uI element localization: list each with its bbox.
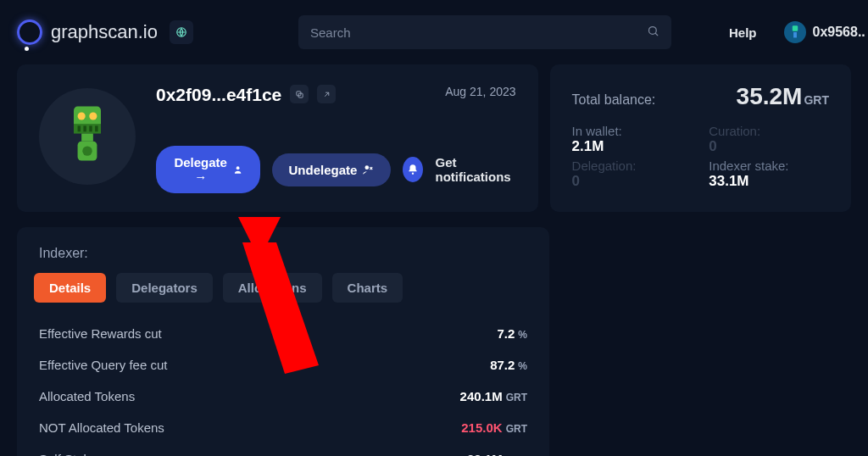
balance-card: Total balance: 35.2MGRT In wallet: 2.1M … bbox=[550, 64, 851, 212]
profile-address: 0x2f09...e4f1ce bbox=[156, 85, 281, 105]
svg-rect-8 bbox=[89, 125, 92, 131]
svg-point-14 bbox=[82, 146, 92, 155]
undelegate-button[interactable]: Undelegate bbox=[272, 153, 392, 186]
detail-row: Effective Query fee cut 87.2% bbox=[25, 349, 541, 381]
tab-allocations[interactable]: Allocations bbox=[223, 273, 322, 303]
notifications-bell-icon[interactable] bbox=[403, 157, 423, 182]
in-wallet-value: 2.1M bbox=[572, 138, 693, 155]
search-bar[interactable] bbox=[298, 15, 671, 49]
delegate-button[interactable]: Delegate → bbox=[156, 146, 260, 193]
detail-label: Effective Rewards cut bbox=[39, 326, 162, 341]
svg-rect-3 bbox=[793, 32, 797, 37]
notifications-link[interactable]: Get notifications bbox=[435, 155, 515, 184]
detail-value: 240.1MGRT bbox=[460, 389, 527, 403]
search-icon bbox=[647, 25, 659, 40]
wallet-avatar-icon bbox=[784, 21, 806, 43]
total-balance-label: Total balance: bbox=[572, 92, 656, 108]
tab-delegators[interactable]: Delegators bbox=[116, 273, 213, 303]
detail-value: 215.0KGRT bbox=[461, 420, 527, 435]
profile-date: Aug 21, 2023 bbox=[445, 85, 515, 98]
indexer-section-title: Indexer: bbox=[25, 246, 541, 261]
detail-label: NOT Allocated Tokens bbox=[39, 420, 164, 435]
content-row: 0x2f09...e4f1ce Aug 21, 2023 Delegate → … bbox=[0, 64, 868, 212]
svg-rect-7 bbox=[83, 125, 86, 131]
search-input[interactable] bbox=[310, 25, 647, 40]
svg-point-10 bbox=[78, 112, 86, 120]
detail-row: NOT Allocated Tokens 215.0KGRT bbox=[25, 412, 541, 443]
profile-avatar-icon bbox=[39, 88, 136, 185]
detail-row: Allocated Tokens 240.1MGRT bbox=[25, 381, 541, 412]
svg-rect-9 bbox=[95, 125, 97, 131]
indexer-section: Indexer: Details Delegators Allocations … bbox=[17, 227, 549, 456]
network-badge-icon[interactable] bbox=[170, 20, 193, 44]
delegate-label: Delegate → bbox=[173, 155, 228, 184]
detail-row: Self Stake 33.1MGRT bbox=[25, 443, 541, 456]
detail-value: 87.2% bbox=[490, 358, 527, 372]
svg-rect-2 bbox=[792, 25, 797, 31]
detail-label: Self Stake bbox=[39, 452, 97, 456]
indexer-tabs: Details Delegators Allocations Charts bbox=[25, 273, 541, 303]
tab-details[interactable]: Details bbox=[34, 273, 106, 303]
svg-point-17 bbox=[236, 166, 240, 170]
external-link-icon[interactable] bbox=[317, 85, 336, 103]
help-link[interactable]: Help bbox=[729, 25, 757, 40]
detail-label: Effective Query fee cut bbox=[39, 358, 167, 372]
curation-label: Curation: bbox=[709, 124, 829, 138]
person-icon bbox=[233, 164, 242, 175]
svg-point-1 bbox=[648, 27, 656, 35]
delegation-label: Delegation: bbox=[572, 158, 693, 173]
svg-point-11 bbox=[89, 112, 97, 120]
indexer-stake-value: 33.1M bbox=[709, 173, 829, 190]
logo-ring-icon bbox=[17, 19, 42, 45]
detail-row: Effective Rewards cut 7.2% bbox=[25, 318, 541, 349]
svg-rect-6 bbox=[78, 125, 81, 131]
in-wallet-label: In wallet: bbox=[572, 124, 693, 138]
total-balance-value: 35.2MGRT bbox=[737, 83, 829, 110]
header-bar: graphscan.io Help 0x9568.. bbox=[0, 0, 868, 64]
detail-value: 7.2% bbox=[497, 326, 527, 341]
wallet-address-short: 0x9568.. bbox=[813, 25, 865, 40]
detail-value: 33.1MGRT bbox=[467, 452, 527, 456]
profile-card: 0x2f09...e4f1ce Aug 21, 2023 Delegate → … bbox=[17, 64, 538, 212]
copy-address-icon[interactable] bbox=[290, 85, 309, 103]
indexer-stake-label: Indexer stake: bbox=[709, 158, 829, 173]
brand-text: graphscan.io bbox=[51, 21, 158, 43]
svg-rect-12 bbox=[81, 134, 93, 142]
delegation-value: 0 bbox=[572, 173, 693, 190]
tab-charts[interactable]: Charts bbox=[332, 273, 403, 303]
person-remove-icon bbox=[362, 164, 374, 175]
svg-point-18 bbox=[365, 165, 370, 170]
undelegate-label: Undelegate bbox=[289, 163, 358, 177]
detail-label: Allocated Tokens bbox=[39, 389, 135, 403]
curation-value: 0 bbox=[709, 138, 829, 155]
wallet-button[interactable]: 0x9568.. bbox=[784, 21, 865, 43]
svg-point-19 bbox=[412, 173, 414, 175]
brand-logo[interactable]: graphscan.io bbox=[17, 19, 193, 45]
